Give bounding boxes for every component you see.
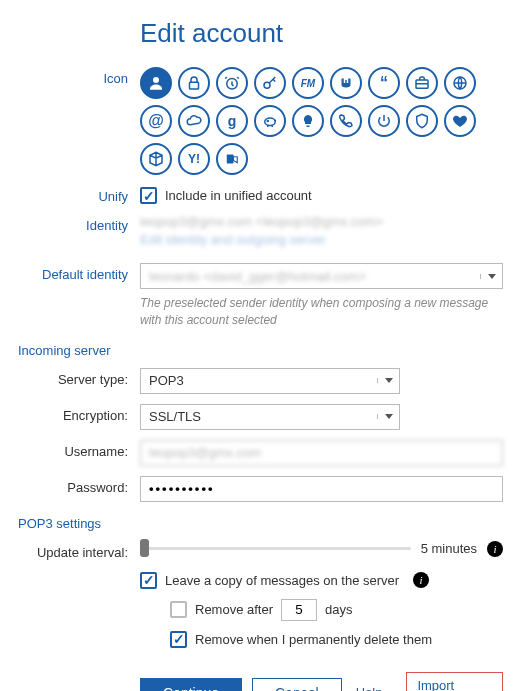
default-identity-select[interactable]: leonardo <david_gger@hotmail.com> — [140, 263, 503, 289]
remove-after-days-input[interactable] — [281, 599, 317, 621]
lock-icon[interactable] — [178, 67, 210, 99]
leave-copy-checkbox[interactable] — [140, 572, 157, 589]
server-type-label: Server type: — [18, 368, 140, 387]
icon-picker: FM “ @ g Y! — [140, 67, 503, 175]
bulb-icon[interactable] — [292, 105, 324, 137]
heart-icon[interactable] — [444, 105, 476, 137]
username-label: Username: — [18, 440, 140, 459]
briefcase-icon[interactable] — [406, 67, 438, 99]
encryption-select[interactable]: SSL/TLS — [140, 404, 400, 430]
piggy-icon[interactable] — [254, 105, 286, 137]
chevron-down-icon[interactable] — [377, 414, 399, 419]
import-messages-link[interactable]: Import messages — [406, 672, 503, 691]
power-icon[interactable] — [368, 105, 400, 137]
cloud-icon[interactable] — [178, 105, 210, 137]
info-icon[interactable]: i — [487, 541, 503, 557]
password-label: Password: — [18, 476, 140, 495]
svg-point-0 — [153, 77, 159, 83]
remove-perm-label: Remove when I permanently delete them — [195, 632, 432, 647]
unify-checkbox[interactable] — [140, 187, 157, 204]
identity-value: leopop3@gmx.com <leopop3@gmx.com> — [140, 214, 503, 229]
identity-label: Identity — [18, 214, 140, 233]
chevron-down-icon[interactable] — [377, 378, 399, 383]
server-type-value: POP3 — [141, 373, 377, 388]
quote-icon[interactable]: “ — [368, 67, 400, 99]
slider-thumb[interactable] — [140, 539, 149, 557]
key-icon[interactable] — [254, 67, 286, 99]
update-interval-value: 5 minutes — [421, 541, 477, 556]
cube-icon[interactable] — [140, 143, 172, 175]
help-link[interactable]: Help — [352, 679, 387, 691]
google-icon[interactable]: g — [216, 105, 248, 137]
at-icon[interactable]: @ — [140, 105, 172, 137]
info-icon[interactable]: i — [413, 572, 429, 588]
password-input[interactable] — [140, 476, 503, 502]
svg-point-7 — [267, 120, 268, 121]
svg-rect-1 — [190, 82, 199, 89]
alarm-icon[interactable] — [216, 67, 248, 99]
svg-point-3 — [264, 82, 270, 88]
default-identity-label: Default identity — [18, 263, 140, 282]
default-identity-value: leonardo <david_gger@hotmail.com> — [141, 269, 480, 284]
mastodon-icon[interactable] — [330, 67, 362, 99]
edit-identity-link[interactable]: Edit identity and outgoing server — [140, 232, 503, 247]
outlook-icon[interactable] — [216, 143, 248, 175]
icon-label: Icon — [18, 67, 140, 86]
phone-icon[interactable] — [330, 105, 362, 137]
cancel-button[interactable]: Cancel — [252, 678, 342, 691]
svg-rect-8 — [227, 155, 234, 164]
remove-after-checkbox[interactable] — [170, 601, 187, 618]
globe-icon[interactable] — [444, 67, 476, 99]
shield-icon[interactable] — [406, 105, 438, 137]
username-input[interactable] — [140, 440, 503, 466]
pop3-settings-section[interactable]: POP3 settings — [18, 516, 503, 531]
remove-perm-checkbox[interactable] — [170, 631, 187, 648]
incoming-server-section[interactable]: Incoming server — [18, 343, 503, 358]
svg-point-6 — [265, 118, 276, 126]
chevron-down-icon[interactable] — [480, 274, 502, 279]
page-title: Edit account — [18, 18, 503, 49]
remove-after-suffix: days — [325, 602, 352, 617]
encryption-value: SSL/TLS — [141, 409, 377, 424]
remove-after-prefix: Remove after — [195, 602, 273, 617]
yahoo-icon[interactable]: Y! — [178, 143, 210, 175]
unify-text: Include in unified account — [165, 188, 312, 203]
update-interval-slider[interactable] — [140, 547, 411, 550]
fm-icon[interactable]: FM — [292, 67, 324, 99]
update-interval-label: Update interval: — [18, 541, 140, 560]
continue-button[interactable]: Continue — [140, 678, 242, 691]
default-identity-hint: The preselected sender identity when com… — [140, 295, 503, 329]
person-icon[interactable] — [140, 67, 172, 99]
encryption-label: Encryption: — [18, 404, 140, 423]
server-type-select[interactable]: POP3 — [140, 368, 400, 394]
unify-label: Unify — [18, 185, 140, 204]
leave-copy-label: Leave a copy of messages on the server — [165, 573, 399, 588]
